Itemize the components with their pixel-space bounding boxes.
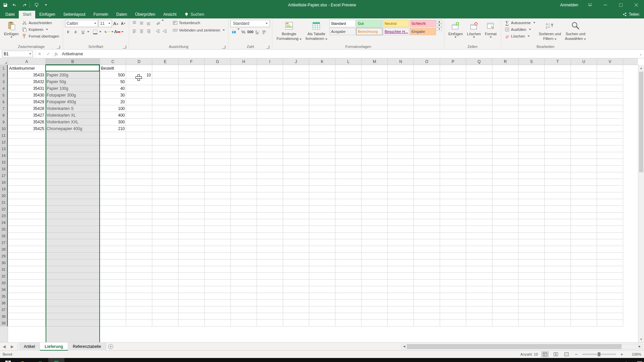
- cell[interactable]: [414, 179, 440, 186]
- cell[interactable]: [126, 172, 152, 179]
- cell[interactable]: [205, 199, 231, 206]
- cell[interactable]: [571, 213, 597, 219]
- cell[interactable]: [388, 119, 414, 125]
- cell[interactable]: [152, 166, 178, 172]
- cell[interactable]: [597, 78, 623, 85]
- cell[interactable]: [492, 273, 519, 280]
- cell[interactable]: [309, 293, 335, 300]
- cell[interactable]: [335, 159, 362, 166]
- cell[interactable]: [8, 286, 46, 293]
- cell[interactable]: [152, 112, 178, 119]
- cell[interactable]: [545, 186, 571, 192]
- cell[interactable]: [519, 92, 545, 99]
- cell[interactable]: [231, 92, 257, 99]
- row-header[interactable]: 33: [0, 280, 8, 286]
- cell[interactable]: [545, 125, 571, 132]
- cell[interactable]: [100, 152, 126, 159]
- cell[interactable]: 210: [100, 125, 126, 132]
- cell[interactable]: [309, 119, 335, 125]
- cell[interactable]: [362, 105, 388, 112]
- cell[interactable]: [8, 206, 46, 213]
- cell[interactable]: [335, 300, 362, 306]
- cell[interactable]: [309, 112, 335, 119]
- cell[interactable]: [466, 166, 492, 172]
- underline-button[interactable]: U: [80, 28, 87, 35]
- cell[interactable]: [440, 78, 466, 85]
- cell[interactable]: [126, 239, 152, 246]
- cell[interactable]: [231, 259, 257, 266]
- cell[interactable]: [309, 186, 335, 192]
- cell[interactable]: [597, 206, 623, 213]
- cell[interactable]: [440, 320, 466, 326]
- cell[interactable]: [492, 166, 519, 172]
- cell[interactable]: [519, 166, 545, 172]
- cell[interactable]: [152, 199, 178, 206]
- cell[interactable]: [414, 145, 440, 152]
- dialog-launcher-icon[interactable]: [57, 45, 60, 49]
- cell[interactable]: [440, 253, 466, 259]
- cell[interactable]: [309, 286, 335, 293]
- cell[interactable]: [309, 152, 335, 159]
- cell[interactable]: [571, 145, 597, 152]
- cell[interactable]: [466, 280, 492, 286]
- cell[interactable]: [335, 306, 362, 313]
- cell[interactable]: [492, 186, 519, 192]
- cell[interactable]: [231, 313, 257, 320]
- cell[interactable]: [152, 159, 178, 166]
- row-header[interactable]: 8: [0, 112, 8, 119]
- cell[interactable]: [257, 186, 283, 192]
- column-header-D[interactable]: D: [126, 58, 152, 65]
- cell[interactable]: [362, 266, 388, 273]
- cell[interactable]: [231, 72, 257, 78]
- cell[interactable]: [257, 246, 283, 253]
- cell[interactable]: [8, 273, 46, 280]
- cut-button[interactable]: Ausschneiden: [20, 20, 60, 26]
- cell[interactable]: [492, 152, 519, 159]
- cell[interactable]: [178, 280, 205, 286]
- cell[interactable]: [309, 132, 335, 139]
- cell[interactable]: [571, 293, 597, 300]
- cell[interactable]: [466, 186, 492, 192]
- cell[interactable]: [440, 166, 466, 172]
- cell[interactable]: [231, 125, 257, 132]
- row-header[interactable]: 5: [0, 92, 8, 99]
- cell[interactable]: [309, 145, 335, 152]
- cell[interactable]: [46, 159, 100, 166]
- cell[interactable]: [231, 219, 257, 226]
- cell[interactable]: [152, 239, 178, 246]
- cell[interactable]: [519, 159, 545, 166]
- cell[interactable]: [362, 152, 388, 159]
- cell[interactable]: [571, 273, 597, 280]
- cell[interactable]: [231, 253, 257, 259]
- cell[interactable]: [492, 78, 519, 85]
- align-left-button[interactable]: [131, 28, 138, 35]
- cell[interactable]: [178, 186, 205, 192]
- cell[interactable]: [545, 172, 571, 179]
- cell[interactable]: [519, 206, 545, 213]
- cell[interactable]: [388, 246, 414, 253]
- cell[interactable]: [492, 253, 519, 259]
- cell[interactable]: [597, 186, 623, 192]
- cell[interactable]: [362, 246, 388, 253]
- cell[interactable]: [152, 105, 178, 112]
- cell[interactable]: [100, 172, 126, 179]
- cell[interactable]: [100, 159, 126, 166]
- cell[interactable]: [46, 213, 100, 219]
- cell[interactable]: [205, 145, 231, 152]
- cell[interactable]: [8, 280, 46, 286]
- cell[interactable]: [231, 192, 257, 199]
- cell[interactable]: [46, 313, 100, 320]
- cell[interactable]: [597, 139, 623, 145]
- cell[interactable]: [362, 132, 388, 139]
- cell[interactable]: [46, 300, 100, 306]
- cell[interactable]: [257, 306, 283, 313]
- cell[interactable]: [257, 259, 283, 266]
- cell[interactable]: [257, 280, 283, 286]
- cell[interactable]: [440, 99, 466, 105]
- cell[interactable]: [309, 78, 335, 85]
- cell[interactable]: [205, 166, 231, 172]
- cell[interactable]: [283, 320, 309, 326]
- cell[interactable]: [126, 253, 152, 259]
- row-header[interactable]: 26: [0, 233, 8, 239]
- cell[interactable]: [362, 139, 388, 145]
